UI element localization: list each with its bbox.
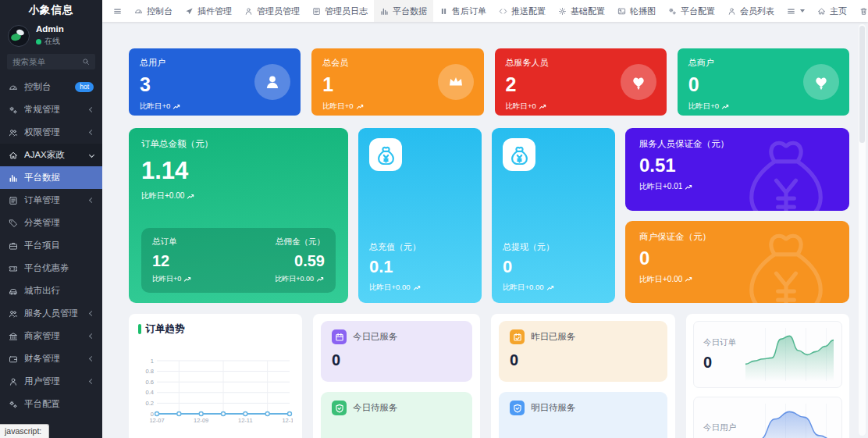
merchant-deposit-card[interactable]: 商户保证金（元） 0 比昨日+0.00 — [625, 221, 849, 304]
nav-more-dropdown[interactable] — [781, 0, 811, 22]
svg-text:0.4: 0.4 — [146, 389, 154, 396]
trend-up-icon — [356, 103, 365, 110]
nav-item-平台配置[interactable]: 平台配置 — [662, 0, 721, 22]
card-trend: 比昨日+0.00 — [369, 283, 411, 293]
card-trend: 比昨日+0.00 — [639, 274, 682, 285]
sidebar-item-label: 平台优惠券 — [24, 262, 94, 274]
service-panel-今日已服务[interactable]: 今日已服务0 — [321, 321, 472, 382]
today-users-panel[interactable]: 今日用户 — [693, 397, 842, 438]
card-value: 0 — [639, 247, 835, 269]
stat-card-总商户[interactable]: 总商户0比昨日+0 — [678, 48, 849, 116]
service-panel-昨日已服务[interactable]: 昨日已服务0 — [499, 321, 667, 382]
gauge-icon — [134, 7, 143, 16]
search-input[interactable] — [12, 57, 82, 66]
nav-item-管理员管理[interactable]: 管理员管理 — [238, 0, 306, 22]
sidebar-toggle-button[interactable] — [107, 0, 128, 22]
recharge-card[interactable]: 总充值（元） 0.1 比昨日+0.00 — [358, 128, 482, 303]
service-label: 明日待服务 — [531, 402, 576, 414]
calcheck-icon — [510, 329, 525, 344]
sidebar-item-商家管理[interactable]: 商家管理 — [0, 325, 102, 347]
sidebar-item-城市出行[interactable]: 城市出行 — [0, 280, 102, 302]
withdraw-card[interactable]: 总提现（元） 0 比昨日+0.00 — [492, 128, 615, 303]
title-accent-bar — [138, 324, 141, 334]
sidebar-item-订单管理[interactable]: 订单管理 — [0, 189, 102, 212]
today-orders-panel[interactable]: 今日订单 0 — [693, 321, 842, 388]
order-total-card[interactable]: 订单总金额（元） 1.14 比昨日+0.00 总订单 12 比昨日+0 总佣金（… — [129, 128, 348, 303]
sidebar-item-平台数据[interactable]: 平台数据 — [0, 166, 102, 189]
sidebar-item-label: 分类管理 — [24, 217, 94, 229]
service-panel-今日待服务[interactable]: 今日待服务 — [321, 392, 472, 438]
code-icon — [499, 7, 507, 16]
sidebar-item-label: 财务管理 — [24, 353, 90, 365]
nav-home[interactable]: 主页 — [811, 0, 853, 22]
sub-trend: 比昨日+0 — [152, 274, 181, 284]
card-value: 0.1 — [369, 257, 471, 277]
sidebar-item-常规管理[interactable]: 常规管理 — [0, 98, 102, 121]
trend-up-icon — [173, 103, 181, 110]
nav-clear-cache[interactable]: 清除缓存 — [853, 0, 868, 22]
sub-value: 0.59 — [275, 252, 325, 270]
sidebar-item-平台优惠券[interactable]: 平台优惠券 — [0, 257, 102, 280]
card-value: 0 — [503, 257, 604, 277]
trend-up-icon — [546, 284, 555, 291]
nav-item-label: 主页 — [830, 5, 847, 17]
money-bag-icon — [369, 138, 402, 171]
nav-item-label: 平台配置 — [681, 5, 715, 17]
sidebar-item-用户管理[interactable]: 用户管理 — [0, 370, 102, 393]
nav-item-插件管理[interactable]: 插件管理 — [179, 0, 238, 22]
svg-text:12-11: 12-11 — [238, 417, 253, 424]
chevron-left-icon — [89, 333, 94, 339]
gauge-icon — [9, 83, 19, 92]
crown-icon — [438, 64, 474, 100]
orders-sparkline — [745, 328, 834, 381]
service-panel-明日待服务[interactable]: 明日待服务 — [499, 392, 667, 438]
heart-icon — [803, 64, 839, 100]
shield-icon — [332, 401, 347, 415]
nav-item-label: 轮播图 — [630, 5, 656, 17]
image-icon — [617, 7, 626, 16]
topnav: 控制台插件管理管理员管理管理员日志平台数据售后订单推送配置基础配置轮播图平台配置… — [102, 0, 868, 22]
svg-text:0.2: 0.2 — [146, 400, 154, 407]
chevron-left-icon — [89, 311, 94, 316]
nav-item-控制台[interactable]: 控制台 — [128, 0, 179, 22]
trend-up-icon — [721, 103, 730, 110]
chevron-down-icon — [89, 152, 94, 158]
nav-item-管理员日志[interactable]: 管理员日志 — [306, 0, 374, 22]
gear-icon — [558, 7, 567, 16]
sidebar: 小象信息 Admin 在线 控制台hot常规管理权限管理AJAX家政平台数据订单… — [0, 0, 102, 438]
trend-up-icon — [685, 276, 693, 283]
stat-card-总用户[interactable]: 总用户3比昨日+0 — [129, 48, 301, 116]
stat-card-总服务人员[interactable]: 总服务人员2比昨日+0 — [495, 48, 667, 116]
sidebar-item-控制台[interactable]: 控制台hot — [0, 76, 102, 98]
caret-down-icon — [800, 9, 805, 12]
scrollbar[interactable] — [859, 24, 866, 436]
sidebar-item-label: 权限管理 — [24, 126, 90, 138]
card-label: 服务人员保证金（元） — [639, 138, 835, 150]
user-profile[interactable]: Admin 在线 — [0, 20, 102, 52]
sidebar-item-平台配置[interactable]: 平台配置 — [0, 393, 102, 415]
nav-item-推送配置[interactable]: 推送配置 — [493, 0, 552, 22]
nav-item-平台数据[interactable]: 平台数据 — [374, 0, 433, 22]
trend-up-icon — [316, 276, 325, 283]
sidebar-item-AJAX家政[interactable]: AJAX家政 — [0, 144, 102, 166]
nav-item-label: 管理员管理 — [257, 5, 300, 17]
stat-trend: 比昨日+0 — [506, 101, 536, 112]
nav-item-会员列表[interactable]: 会员列表 — [721, 0, 781, 22]
sidebar-item-权限管理[interactable]: 权限管理 — [0, 121, 102, 144]
sidebar-item-服务人员管理[interactable]: 服务人员管理 — [0, 302, 102, 325]
sidebar-item-平台项目[interactable]: 平台项目 — [0, 234, 102, 257]
nav-item-轮播图[interactable]: 轮播图 — [611, 0, 662, 22]
nav-item-售后订单[interactable]: 售后订单 — [433, 0, 493, 22]
nav-item-基础配置[interactable]: 基础配置 — [552, 0, 611, 22]
panel-label: 今日订单 — [703, 337, 736, 348]
dashboard-content: 总用户3比昨日+0总会员1比昨日+0总服务人员2比昨日+0总商户0比昨日+0 订… — [102, 22, 868, 438]
staff-deposit-card[interactable]: 服务人员保证金（元） 0.51 比昨日+0.01 — [625, 128, 849, 211]
wallet-icon — [9, 354, 19, 364]
users-icon — [9, 309, 19, 319]
nav-item-label: 推送配置 — [511, 5, 546, 17]
sidebar-item-分类管理[interactable]: 分类管理 — [0, 212, 102, 234]
order-trend-card: 订单趋势 00.20.40.60.8112-0712-0912-1112-13 — [129, 314, 302, 438]
stat-card-总会员[interactable]: 总会员1比昨日+0 — [311, 48, 483, 116]
sidebar-item-财务管理[interactable]: 财务管理 — [0, 347, 102, 370]
nav-item-label: 会员列表 — [740, 5, 774, 17]
